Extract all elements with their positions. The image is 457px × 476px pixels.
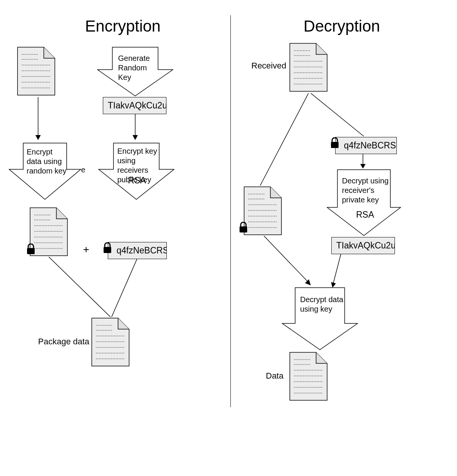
encrypted-key-box-right: q4fzNeBCRSYq — [335, 137, 397, 154]
decrypt-data-arrow: Decrypt data using key — [282, 287, 358, 352]
svg-line-19 — [112, 259, 137, 317]
decrypt-key-label: Decrypt using receiver's private key — [342, 176, 391, 205]
connector-line — [310, 93, 365, 137]
received-document-icon — [289, 43, 328, 92]
locked-document-icon — [30, 207, 68, 256]
lock-icon — [239, 222, 248, 235]
svg-line-18 — [49, 257, 110, 317]
lock-icon — [330, 137, 339, 150]
encryption-title: Encryption — [17, 17, 228, 35]
connector-line — [259, 93, 310, 186]
data-label: Data — [266, 371, 283, 381]
encrypted-key-box: q4fzNeBCRSYq — [108, 242, 167, 259]
locked-document-icon-right — [244, 186, 282, 235]
encrypt-key-arrow: Encrypt key using receivers public key R… — [98, 143, 174, 201]
generate-key-arrow: Generate Random Key — [97, 47, 173, 98]
vertical-divider — [230, 15, 231, 407]
decryption-title: Decryption — [236, 17, 447, 35]
rsa-label: RSA — [356, 209, 374, 220]
connector-arrow — [331, 254, 343, 288]
diagram-canvas: Encryption Decryption Generate Random Ke… — [0, 0, 457, 476]
lock-icon — [103, 242, 112, 255]
svg-rect-46 — [240, 226, 247, 232]
received-label: Received — [251, 61, 286, 71]
connector-arrow — [359, 154, 367, 169]
packaged-document-icon — [91, 318, 129, 366]
connector-arrow — [131, 114, 139, 141]
svg-line-38 — [333, 254, 341, 283]
connector-line — [110, 259, 141, 318]
decrypt-key-arrow: Decrypt using receiver's private key RSA — [327, 169, 401, 237]
encrypt-data-label: Encrypt data using random key — [27, 147, 67, 176]
rsa-label: RSA — [128, 175, 146, 186]
svg-line-34 — [260, 93, 308, 186]
svg-line-47 — [264, 236, 308, 282]
random-key-box: TIakvAQkCu2u — [103, 97, 166, 114]
decrypt-data-label: Decrypt data using key — [300, 295, 346, 314]
e-label: e — [81, 166, 85, 174]
generate-key-label: Generate Random Key — [118, 54, 150, 82]
encrypt-data-arrow: Encrypt data using random key — [9, 143, 81, 201]
connector-arrow — [34, 97, 42, 141]
plus-symbol: + — [83, 244, 89, 256]
decrypted-key-box: TIakvAQkCu2u — [331, 237, 395, 254]
package-label: Package data — [38, 337, 89, 347]
svg-rect-36 — [331, 142, 339, 148]
document-icon — [17, 47, 55, 96]
lock-icon — [26, 244, 35, 256]
svg-rect-17 — [104, 247, 111, 253]
connector-line — [48, 257, 112, 318]
svg-line-35 — [311, 93, 364, 136]
final-document-icon — [289, 352, 328, 401]
connector-arrow — [263, 236, 312, 287]
svg-rect-16 — [27, 248, 35, 254]
